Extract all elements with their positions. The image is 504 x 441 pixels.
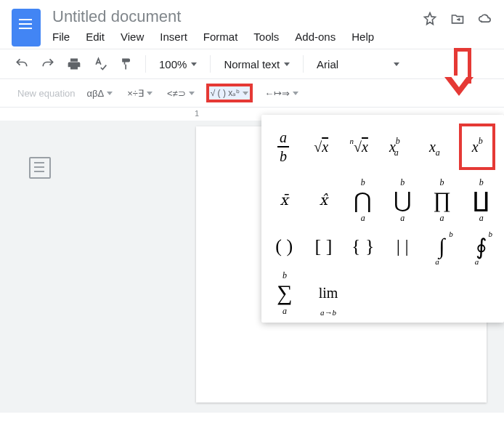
document-canvas: 1 ab √x n√x xba xa xb x̄ x̂ b⋂a b⋃a b∏a …	[0, 108, 504, 413]
annotation-arrow	[444, 48, 473, 106]
menubar: File Edit View Insert Format Tools Add-o…	[52, 28, 411, 49]
braces-button[interactable]: { }	[349, 230, 377, 263]
paint-format-button[interactable]	[116, 54, 137, 74]
print-button[interactable]	[64, 54, 84, 74]
menu-format[interactable]: Format	[203, 31, 238, 43]
chevron-down-icon	[394, 62, 399, 66]
xhat-button[interactable]: x̂	[309, 183, 337, 217]
new-equation-label[interactable]: New equation	[17, 88, 76, 99]
menu-help[interactable]: Help	[351, 31, 374, 43]
undo-button[interactable]	[12, 54, 32, 74]
arrows-menu[interactable]: ←↦⇒	[261, 86, 301, 100]
verticalbars-button[interactable]: | |	[389, 230, 416, 263]
greek-letters-menu[interactable]: αβΔ	[84, 86, 116, 100]
chevron-down-icon	[284, 62, 290, 66]
nth-root-button[interactable]: n√x	[346, 130, 372, 163]
menu-file[interactable]: File	[52, 31, 70, 43]
title-actions	[423, 6, 492, 28]
menu-insert[interactable]: Insert	[160, 31, 187, 43]
document-title[interactable]: Untitled document	[52, 6, 411, 28]
star-icon[interactable]	[423, 12, 437, 28]
intersection-button[interactable]: b⋂a	[349, 183, 377, 217]
menu-addons[interactable]: Add-ons	[295, 31, 336, 43]
math-operations-menu[interactable]: √ ( ) xₐᵇ	[206, 84, 253, 102]
superscript-button[interactable]: xb	[459, 124, 495, 170]
separator	[303, 55, 304, 73]
spellcheck-button[interactable]	[90, 54, 110, 74]
sqrt-button[interactable]: √x	[308, 130, 334, 163]
header: Untitled document File Edit View Insert …	[0, 0, 504, 49]
cloud-icon[interactable]	[478, 12, 492, 28]
toolbar: 100% Normal text Arial	[0, 49, 504, 79]
union-button[interactable]: b⋃a	[389, 183, 416, 217]
limit-button[interactable]: lima→b	[311, 276, 346, 309]
font-select[interactable]: Arial	[312, 55, 343, 73]
parentheses-button[interactable]: ( )	[270, 230, 298, 263]
coproduct-button[interactable]: b∐a	[468, 183, 495, 217]
contour-integral-button[interactable]: ∮ba	[468, 230, 495, 263]
separator	[145, 55, 146, 73]
move-icon[interactable]	[450, 12, 465, 28]
menu-tools[interactable]: Tools	[253, 31, 279, 43]
integral-button[interactable]: ∫ba	[428, 230, 455, 263]
title-area: Untitled document File Edit View Insert …	[52, 6, 411, 49]
equation-toolbar: New equation αβΔ ×÷∃ <≠⊃ √ ( ) xₐᵇ ←↦⇒	[0, 79, 504, 108]
subscript-button[interactable]: xa	[421, 130, 447, 163]
menu-view[interactable]: View	[121, 31, 144, 43]
fraction-button[interactable]: ab	[270, 130, 296, 163]
chevron-down-icon	[191, 62, 197, 66]
relations-menu[interactable]: <≠⊃	[164, 86, 198, 100]
math-operations-dropdown: ab √x n√x xba xa xb x̄ x̂ b⋂a b⋃a b∏a b∐…	[261, 115, 504, 323]
ruler-mark: 1	[195, 109, 199, 118]
sub-super-button[interactable]: xba	[383, 130, 410, 163]
product-button[interactable]: b∏a	[428, 183, 455, 217]
outline-icon[interactable]	[29, 157, 51, 179]
docs-logo-icon[interactable]	[12, 9, 41, 46]
redo-button[interactable]	[38, 54, 58, 74]
paragraph-style-select[interactable]: Normal text	[219, 55, 294, 73]
brackets-button[interactable]: [ ]	[309, 230, 337, 263]
menu-edit[interactable]: Edit	[86, 31, 105, 43]
operators-menu[interactable]: ×÷∃	[124, 86, 155, 100]
xbar-button[interactable]: x̄	[270, 183, 298, 217]
zoom-select[interactable]: 100%	[155, 55, 201, 73]
sum-button[interactable]: b∑a	[270, 276, 299, 309]
separator	[210, 55, 211, 73]
